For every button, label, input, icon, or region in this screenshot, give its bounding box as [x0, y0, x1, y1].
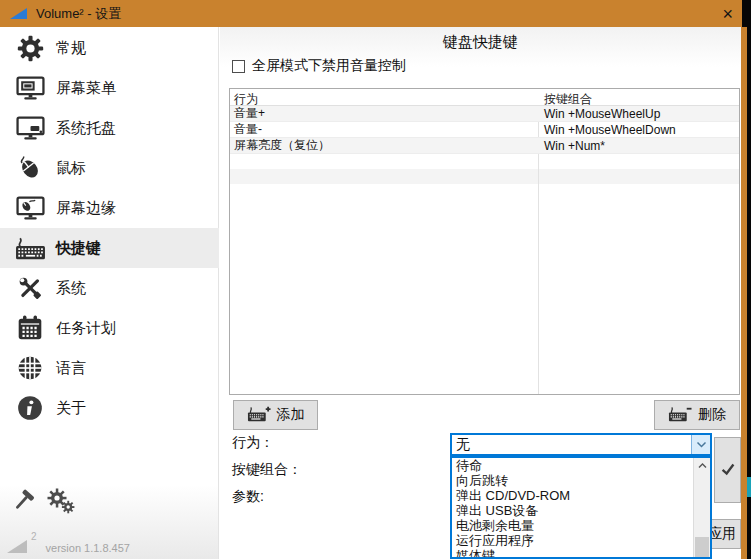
sidebar-item-label: 常规 — [56, 39, 86, 58]
sidebar-tools — [10, 487, 76, 519]
calendar-icon — [13, 314, 47, 342]
gear-icon — [13, 34, 47, 63]
sidebar-item-label: 系统 — [56, 279, 86, 298]
dropdown-option[interactable]: 媒体键 — [452, 548, 710, 559]
delete-button-label: 删除 — [698, 406, 726, 424]
parameter-label: 参数: — [232, 488, 264, 506]
sidebar-item-label: 关于 — [56, 399, 86, 418]
info-icon — [13, 394, 47, 422]
add-button-label: 添加 — [277, 406, 305, 424]
sidebar-item-label: 屏幕菜单 — [56, 79, 116, 98]
key-combo-label: 按键组合： — [232, 461, 302, 479]
dropdown-scrollbar[interactable] — [693, 458, 710, 557]
version-text: version 1.1.8.457 — [46, 542, 130, 554]
sidebar-item-label: 系统托盘 — [56, 119, 116, 138]
volume-app-icon — [10, 8, 27, 19]
action-dropdown-list[interactable]: 待命 向后跳转 弹出 CD/DVD-ROM 弹出 USB设备 电池剩余电量 运行… — [450, 456, 712, 559]
scrollbar-thumb[interactable] — [695, 537, 709, 559]
screen-edge-icon — [13, 195, 47, 222]
sidebar-footer: 2 version 1.1.8.457 — [7, 540, 130, 553]
sidebar-item-system-tray[interactable]: 系统托盘 — [0, 108, 219, 148]
sidebar: 常规 屏幕菜单 系统托盘 鼠标 — [0, 27, 219, 559]
add-hotkey-button[interactable]: 添加 — [233, 400, 318, 430]
mouse-icon — [13, 155, 47, 181]
checkmark-icon — [719, 460, 737, 481]
hotkeys-table[interactable]: 行为 按键组合 音量+ Win +MouseWheelUp 音量- Win +M… — [229, 88, 740, 395]
sidebar-item-label: 屏幕边缘 — [56, 199, 116, 218]
sidebar-item-label: 鼠标 — [56, 159, 86, 178]
checkbox-box[interactable] — [232, 60, 245, 73]
sidebar-item-system[interactable]: 系统 — [0, 268, 219, 308]
table-header: 行为 按键组合 — [230, 89, 739, 106]
sidebar-item-hotkeys[interactable]: 快捷键 — [0, 228, 219, 268]
sidebar-item-screen-edge[interactable]: 屏幕边缘 — [0, 188, 219, 228]
chevron-down-icon[interactable] — [691, 435, 710, 454]
sidebar-item-task-schedule[interactable]: 任务计划 — [0, 308, 219, 348]
apply-button-label: 应用 — [708, 525, 736, 543]
screen: Volume² - 设置 × 常规 屏幕菜单 系统托盘 — [0, 0, 751, 559]
background-corner — [742, 0, 751, 27]
tools-icon — [13, 274, 47, 302]
action-label: 行为： — [232, 434, 274, 452]
system-tray-icon — [13, 115, 47, 142]
globe-icon — [13, 354, 47, 382]
titlebar: Volume² - 设置 × — [0, 0, 742, 27]
logo-exponent: 2 — [31, 531, 37, 542]
edge-teal-mark — [747, 477, 751, 497]
table-row[interactable]: 音量+ Win +MouseWheelUp — [230, 106, 739, 122]
sidebar-item-general[interactable]: 常规 — [0, 28, 219, 68]
page-title: 键盘快捷键 — [220, 33, 741, 52]
table-row[interactable]: 屏幕亮度（复位） Win +Num* — [230, 138, 739, 154]
keyboard-plus-icon — [247, 406, 271, 425]
window-title: Volume² - 设置 — [36, 5, 121, 23]
sidebar-item-mouse[interactable]: 鼠标 — [0, 148, 219, 188]
screen-menu-icon — [13, 75, 47, 102]
volume-logo-icon — [7, 540, 27, 553]
combobox-value: 无 — [452, 435, 691, 454]
delete-hotkey-button[interactable]: 删除 — [654, 400, 740, 430]
confirm-hotkey-button[interactable] — [714, 437, 741, 503]
checkbox-label: 全屏模式下禁用音量控制 — [252, 57, 406, 75]
sidebar-item-label: 快捷键 — [56, 239, 101, 258]
sidebar-item-language[interactable]: 语言 — [0, 348, 219, 388]
sidebar-item-screen-menu[interactable]: 屏幕菜单 — [0, 68, 219, 108]
sidebar-item-about[interactable]: 关于 — [0, 388, 219, 428]
settings-window: Volume² - 设置 × 常规 屏幕菜单 系统托盘 — [0, 0, 747, 559]
hammer-icon[interactable] — [10, 488, 36, 518]
gears-icon[interactable] — [46, 487, 76, 519]
keyboard-icon — [13, 236, 47, 260]
close-icon[interactable]: × — [722, 5, 733, 23]
empty-row — [230, 154, 739, 169]
fullscreen-disable-checkbox[interactable]: 全屏模式下禁用音量控制 — [232, 57, 406, 75]
table-row[interactable]: 音量- Win +MouseWheelDown — [230, 122, 739, 138]
scroll-up-icon[interactable] — [694, 458, 710, 473]
column-header-action[interactable]: 行为 — [230, 89, 538, 105]
action-combobox[interactable]: 无 — [450, 433, 712, 456]
column-header-keys[interactable]: 按键组合 — [538, 89, 592, 105]
empty-row — [230, 169, 739, 184]
sidebar-item-label: 任务计划 — [56, 319, 116, 338]
sidebar-item-label: 语言 — [56, 359, 86, 378]
hotkeys-panel: 键盘快捷键 全屏模式下禁用音量控制 行为 按键组合 音量+ Win +Mouse… — [220, 27, 741, 559]
keyboard-minus-icon — [668, 406, 692, 425]
